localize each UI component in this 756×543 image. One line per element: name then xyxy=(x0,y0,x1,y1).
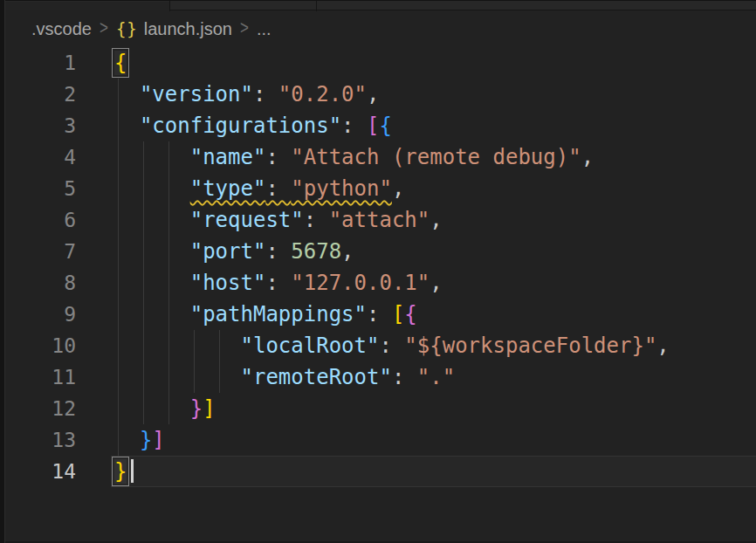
line-number[interactable]: 4 xyxy=(5,141,76,173)
window-left-edge xyxy=(0,0,5,543)
code-token: "type" xyxy=(190,176,266,201)
code-token xyxy=(114,428,140,452)
code-token: : xyxy=(265,271,291,295)
code-token: , xyxy=(656,333,669,358)
json-file-icon: {} xyxy=(116,19,138,38)
code-token: ] xyxy=(152,428,164,452)
code-token xyxy=(114,365,241,389)
code-text[interactable]: "host": "127.0.0.1", xyxy=(114,267,443,299)
code-line[interactable]: 5 "type": "python", xyxy=(5,173,756,204)
code-token: : xyxy=(367,302,392,326)
code-line[interactable]: 6 "request": "attach", xyxy=(5,204,756,236)
code-line[interactable]: 2 "version": "0.2.0", xyxy=(5,79,756,110)
code-line[interactable]: 11 "remoteRoot": "." xyxy=(5,361,756,393)
code-text[interactable]: "type": "python", xyxy=(114,173,404,204)
code-token xyxy=(114,113,140,138)
line-number[interactable]: 3 xyxy=(5,110,76,141)
code-token: : xyxy=(265,176,291,201)
breadcrumb: .vscode > {} launch.json > ... xyxy=(5,10,756,47)
code-line[interactable]: 13 }] xyxy=(5,424,756,456)
code-text[interactable]: "remoteRoot": "." xyxy=(114,361,455,393)
code-token: , xyxy=(392,176,404,201)
code-token: "." xyxy=(417,365,455,389)
warning-squiggle-span: "type": "python" xyxy=(190,176,392,201)
code-token xyxy=(114,176,190,201)
breadcrumb-symbol-ellipsis[interactable]: ... xyxy=(257,19,271,39)
line-number[interactable]: 6 xyxy=(5,204,76,236)
code-text[interactable]: { xyxy=(114,47,127,79)
code-token: "localRoot" xyxy=(241,333,380,358)
code-token: , xyxy=(430,208,442,232)
code-token xyxy=(114,208,190,232)
line-number[interactable]: 13 xyxy=(5,424,76,456)
code-token: ] xyxy=(203,396,215,421)
code-text[interactable]: "configurations": [{ xyxy=(114,110,392,141)
code-token: , xyxy=(430,271,442,295)
code-token: [ xyxy=(392,302,404,326)
code-token: "name" xyxy=(190,145,266,169)
code-text[interactable]: "name": "Attach (remote debug)", xyxy=(114,141,594,173)
tab-active-sliver[interactable] xyxy=(0,2,169,10)
line-number[interactable]: 8 xyxy=(5,267,76,299)
code-text[interactable]: "localRoot": "${workspaceFolder}", xyxy=(114,330,670,361)
line-number[interactable]: 14 xyxy=(5,456,76,487)
code-line[interactable]: 1{ xyxy=(5,47,756,79)
code-token: "127.0.0.1" xyxy=(291,271,430,295)
line-number[interactable]: 1 xyxy=(5,47,76,79)
code-token: { xyxy=(379,113,391,138)
code-text[interactable]: "port": 5678, xyxy=(114,236,354,267)
code-token: } xyxy=(190,396,203,421)
code-token xyxy=(114,145,190,169)
code-token: : xyxy=(379,333,404,358)
code-token xyxy=(114,239,190,264)
code-token: : xyxy=(265,239,291,264)
code-text[interactable]: }] xyxy=(114,424,165,456)
code-text[interactable]: }] xyxy=(114,393,216,424)
code-line[interactable]: 9 "pathMappings": [{ xyxy=(5,299,756,330)
line-number[interactable]: 12 xyxy=(5,393,76,424)
code-text[interactable]: "request": "attach", xyxy=(114,204,443,236)
code-token: : xyxy=(392,365,417,389)
breadcrumb-folder[interactable]: .vscode xyxy=(31,19,92,39)
editor[interactable]: 1{2 "version": "0.2.0",3 "configurations… xyxy=(5,47,756,487)
code-token xyxy=(114,396,190,421)
code-token xyxy=(114,271,190,295)
line-number[interactable]: 10 xyxy=(5,330,76,361)
code-token: : xyxy=(265,145,291,169)
code-text[interactable]: "pathMappings": [{ xyxy=(114,299,417,330)
line-number[interactable]: 7 xyxy=(5,236,76,267)
code-token: "remoteRoot" xyxy=(241,365,392,389)
code-token: 5678 xyxy=(291,239,341,264)
code-text[interactable]: "version": "0.2.0", xyxy=(114,79,379,110)
code-line[interactable]: 4 "name": "Attach (remote debug)", xyxy=(5,141,756,173)
code-token: "configurations" xyxy=(140,113,341,138)
code-line[interactable]: 12 }] xyxy=(5,393,756,424)
code-token: "python" xyxy=(291,176,392,201)
line-number[interactable]: 2 xyxy=(5,79,76,110)
bracket-match: } xyxy=(114,459,127,484)
breadcrumb-chevron-icon: > xyxy=(232,18,257,40)
line-number[interactable]: 11 xyxy=(5,361,76,393)
code-line[interactable]: 10 "localRoot": "${workspaceFolder}", xyxy=(5,330,756,361)
active-line-highlight xyxy=(111,456,756,487)
code-token xyxy=(114,82,140,107)
code-line[interactable]: 7 "port": 5678, xyxy=(5,236,756,267)
code-token: , xyxy=(341,239,354,264)
code-token: } xyxy=(140,428,152,452)
code-line[interactable]: 3 "configurations": [{ xyxy=(5,110,756,141)
bracket-match: { xyxy=(114,51,127,75)
code-line[interactable]: 14} xyxy=(5,456,756,487)
code-text[interactable]: } xyxy=(114,456,134,487)
tab-bar[interactable] xyxy=(0,0,756,10)
code-line[interactable]: 8 "host": "127.0.0.1", xyxy=(5,267,756,299)
line-number[interactable]: 5 xyxy=(5,173,76,204)
code-token: : xyxy=(253,82,278,107)
code-token: [ xyxy=(367,113,379,138)
code-token xyxy=(114,302,190,326)
line-number[interactable]: 9 xyxy=(5,299,76,330)
code-token: "host" xyxy=(190,271,266,295)
code-token xyxy=(114,333,241,358)
code-token: "Attach (remote debug)" xyxy=(291,145,581,169)
code-token: "0.2.0" xyxy=(278,82,367,107)
breadcrumb-file[interactable]: launch.json xyxy=(144,19,232,39)
